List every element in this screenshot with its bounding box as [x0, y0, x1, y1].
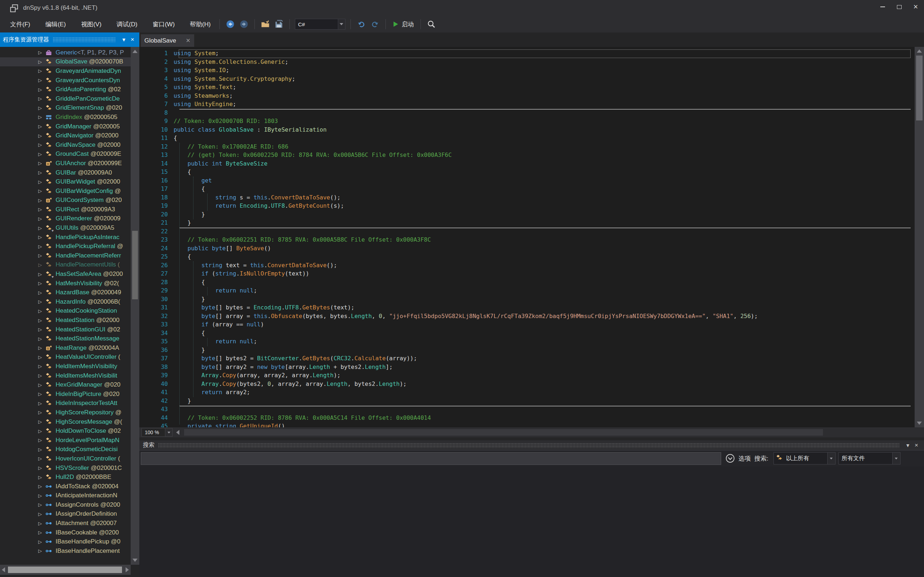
- chevron-right-icon[interactable]: ▷: [38, 69, 43, 73]
- chevron-right-icon[interactable]: ▷: [38, 198, 43, 203]
- tree-item-handleplacementutils[interactable]: ▷HandlePlacementUtils (: [0, 260, 131, 270]
- tree-item-gridindex[interactable]: ▷GridIndex @02000505: [0, 113, 131, 122]
- chevron-right-icon[interactable]: ▷: [38, 456, 43, 461]
- tree-item-heatrange[interactable]: ▷HeatRange @020004A: [0, 343, 131, 353]
- chevron-right-icon[interactable]: ▷: [38, 134, 43, 138]
- tree-item-hull2d[interactable]: ▷Hull2D @02000BBE: [0, 472, 131, 482]
- chevron-right-icon[interactable]: ▷: [38, 299, 43, 304]
- tree-item-heatvalueuicontroller[interactable]: ▷HeatValueUIController (: [0, 353, 131, 362]
- scroll-right-icon[interactable]: [126, 567, 129, 572]
- chevron-right-icon[interactable]: ▷: [38, 438, 43, 443]
- search-input[interactable]: [141, 452, 721, 465]
- chevron-right-icon[interactable]: ▷: [38, 337, 43, 341]
- menu-window[interactable]: 窗口(W): [148, 18, 180, 31]
- tree-item-iaddtostack[interactable]: ▷IAddToStack @020004: [0, 482, 131, 491]
- search-panel-header[interactable]: 搜索 ▼ ×: [139, 440, 924, 450]
- chevron-right-icon[interactable]: ▷: [38, 263, 43, 267]
- editor-horizontal-scrollbar[interactable]: [175, 427, 924, 437]
- search-results-area[interactable]: [139, 466, 924, 577]
- chevron-right-icon[interactable]: ▷: [38, 493, 43, 498]
- tree-item-hordelevelportalmapn[interactable]: ▷HordeLevelPortalMapN: [0, 436, 131, 445]
- menu-help[interactable]: 帮助(H): [185, 18, 216, 31]
- scroll-left-icon[interactable]: [2, 567, 5, 572]
- chevron-right-icon[interactable]: ▷: [38, 447, 43, 452]
- undo-button[interactable]: [356, 19, 367, 29]
- chevron-right-icon[interactable]: ▷: [38, 161, 43, 166]
- tree-item-ianticipateinteractionn[interactable]: ▷IAnticipateInteractionN: [0, 491, 131, 501]
- close-button[interactable]: ×: [908, 0, 924, 14]
- chevron-right-icon[interactable]: ▷: [38, 253, 43, 258]
- tree-item-gridnavigator[interactable]: ▷GridNavigator @02000: [0, 131, 131, 140]
- tree-item-holddowntoclose[interactable]: ▷HoldDownToClose @02: [0, 426, 131, 436]
- tree-item-hotdogcosmeticdecisi[interactable]: ▷HotdogCosmeticDecisi: [0, 445, 131, 455]
- code-editor[interactable]: 1using System;2using System.Collections.…: [139, 47, 914, 427]
- save-all-button[interactable]: [274, 19, 284, 29]
- tree-item-guicoordsystem[interactable]: ▷GUICoordSystem @020: [0, 196, 131, 205]
- tree-item-helditemsmeshvisibilit[interactable]: ▷HeldItemsMeshVisibilit: [0, 371, 131, 380]
- tree-item-highscorerepository[interactable]: ▷HighScoreRepository @: [0, 408, 131, 417]
- chevron-right-icon[interactable]: ▷: [38, 87, 43, 92]
- tree-item-hideinbigpicture[interactable]: ▷HideInBigPicture @020: [0, 390, 131, 399]
- scrollbar-thumb[interactable]: [184, 429, 823, 436]
- menu-debug[interactable]: 调试(D): [111, 18, 142, 31]
- assembly-explorer-header[interactable]: 程序集资源管理器 ▼ ×: [0, 32, 139, 47]
- tree-item-guibarwidget[interactable]: ▷GUIBarWidget @02000: [0, 177, 131, 187]
- chevron-right-icon[interactable]: ▷: [38, 309, 43, 313]
- chevron-right-icon[interactable]: ▷: [38, 373, 43, 378]
- chevron-right-icon[interactable]: ▷: [38, 96, 43, 101]
- tree-item-hatmeshvisibility[interactable]: ▷HatMeshVisibility @02(: [0, 279, 131, 288]
- chevron-right-icon[interactable]: ▷: [38, 345, 43, 350]
- tree-item-handlepickupasinterac[interactable]: ▷HandlePickupAsInterac: [0, 233, 131, 242]
- tree-item-gridnavspace[interactable]: ▷GridNavSpace @02000: [0, 140, 131, 150]
- chevron-right-icon[interactable]: ▷: [38, 512, 43, 516]
- chevron-right-icon[interactable]: ▷: [38, 392, 43, 396]
- scrollbar-thumb[interactable]: [916, 56, 922, 121]
- tree-item-hsvscroller[interactable]: ▷HSVScroller @020001C: [0, 463, 131, 473]
- tree-item-heatedstationgui[interactable]: ▷HeatedStationGUI @02: [0, 325, 131, 334]
- close-panel-icon[interactable]: ×: [913, 442, 921, 449]
- chevron-right-icon[interactable]: ▷: [38, 530, 43, 535]
- tree-item-iattachment[interactable]: ▷IAttachment @020007: [0, 519, 131, 528]
- chevron-right-icon[interactable]: ▷: [38, 466, 43, 470]
- window-position-icon[interactable]: ▼: [903, 443, 913, 448]
- menu-view[interactable]: 视图(V): [76, 18, 107, 31]
- redo-button[interactable]: [370, 19, 380, 29]
- search-scope-dropdown[interactable]: 以上所有: [774, 452, 835, 464]
- chevron-right-icon[interactable]: ▷: [38, 419, 43, 424]
- tree-item-gridmanager[interactable]: ▷GridManager @020005: [0, 122, 131, 131]
- scroll-up-icon[interactable]: [917, 49, 922, 53]
- chevron-right-icon[interactable]: ▷: [38, 548, 43, 553]
- chevron-right-icon[interactable]: ▷: [38, 50, 43, 55]
- tree-item-helditemmeshvisibility[interactable]: ▷HeldItemMeshVisibility: [0, 362, 131, 371]
- chevron-right-icon[interactable]: ▷: [38, 142, 43, 147]
- chevron-right-icon[interactable]: ▷: [38, 364, 43, 369]
- chevron-right-icon[interactable]: ▷: [38, 327, 43, 332]
- scrollbar-thumb[interactable]: [8, 567, 122, 573]
- chevron-right-icon[interactable]: ▷: [38, 429, 43, 434]
- chevron-right-icon[interactable]: ▷: [38, 281, 43, 285]
- chevron-down-icon[interactable]: [338, 19, 345, 29]
- chevron-down-icon[interactable]: [827, 453, 835, 464]
- scroll-down-icon[interactable]: [917, 422, 922, 425]
- tree-item-ibasecookable[interactable]: ▷IBaseCookable @0200: [0, 528, 131, 537]
- tree-item-iassignorderdefinition[interactable]: ▷IAssignOrderDefinition: [0, 509, 131, 519]
- drag-grip[interactable]: [53, 37, 115, 42]
- tree-item-handleplacementreferr[interactable]: ▷HandlePlacementReferr: [0, 251, 131, 260]
- scroll-left-icon[interactable]: [176, 430, 179, 435]
- assembly-tree[interactable]: ▷Generic<T, P1, P2, P3, P▷GlobalSave @02…: [0, 47, 131, 565]
- chevron-right-icon[interactable]: ▷: [38, 124, 43, 129]
- file-filter-dropdown[interactable]: 所有文件: [838, 452, 901, 464]
- tree-item-guirect[interactable]: ▷GUIRect @020009A3: [0, 205, 131, 214]
- menu-edit[interactable]: 编辑(E): [40, 18, 71, 31]
- chevron-right-icon[interactable]: ▷: [38, 502, 43, 507]
- maximize-button[interactable]: [891, 0, 908, 14]
- tree-item-gridelementsnap[interactable]: ▷GridElementSnap @020: [0, 103, 131, 113]
- tree-item-groundcast[interactable]: ▷GroundCast @020009E: [0, 150, 131, 159]
- options-label[interactable]: 选项: [738, 455, 751, 463]
- chevron-right-icon[interactable]: ▷: [38, 410, 43, 415]
- tree-item-graveyardanimateddyn[interactable]: ▷GraveyardAnimatedDyn: [0, 66, 131, 76]
- chevron-right-icon[interactable]: ▷: [38, 521, 43, 526]
- chevron-right-icon[interactable]: ▷: [38, 401, 43, 406]
- tree-item-griddlepancosmeticde[interactable]: ▷GriddlePanCosmeticDe: [0, 94, 131, 103]
- zoom-level-combo[interactable]: 100 %: [142, 428, 165, 437]
